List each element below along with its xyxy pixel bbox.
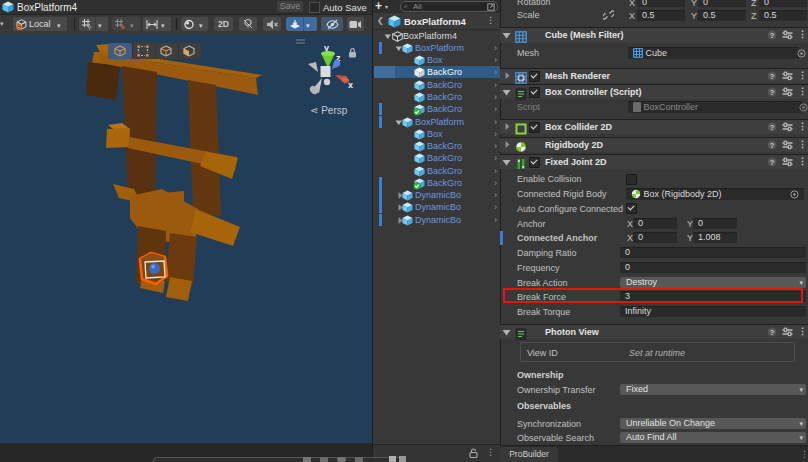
svg-text:?: ? [770, 31, 775, 40]
svg-text:?: ? [770, 72, 775, 81]
svg-text:⋖ Persp: ⋖ Persp [310, 105, 348, 116]
svg-text:?: ? [770, 158, 775, 167]
svg-text:?: ? [770, 88, 775, 97]
svg-text:?: ? [770, 123, 775, 132]
svg-text:x: x [348, 80, 353, 90]
svg-text:Y: Y [88, 25, 92, 31]
svg-text:?: ? [770, 141, 775, 150]
svg-text:?: ? [770, 328, 775, 337]
